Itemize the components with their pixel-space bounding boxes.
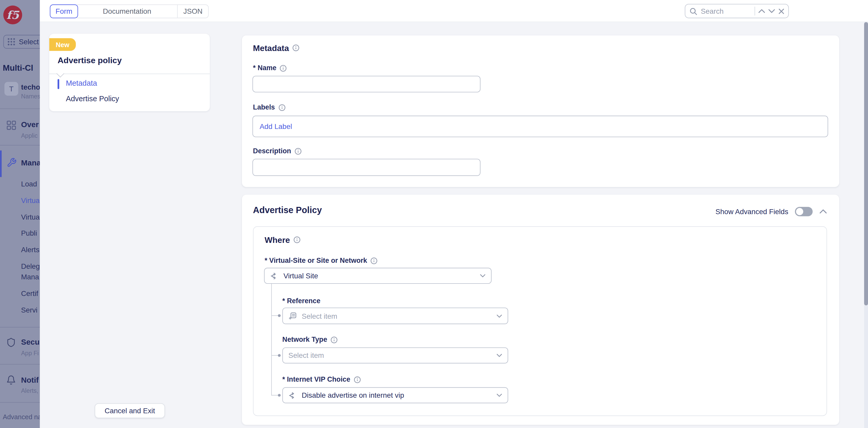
sidebar-item-certificates[interactable]: Certif	[21, 289, 38, 297]
scrollbar-thumb[interactable]	[864, 22, 868, 305]
sidebar: f5 Select Multi-Cl T techo Names	[0, 0, 40, 428]
internet-vip-choice-label: * Internet VIP Choice	[282, 376, 350, 384]
internet-vip-choice-value: Disable advertise on internet vip	[302, 391, 492, 399]
search-box	[685, 4, 789, 19]
sidebar-divider	[0, 108, 40, 109]
cancel-and-exit-button[interactable]: Cancel and Exit	[95, 403, 165, 418]
where-heading: Where	[265, 235, 290, 244]
add-label-button[interactable]: Add Label	[259, 122, 292, 131]
nav-item-advertise-policy[interactable]: Advertise Policy	[66, 95, 119, 103]
tab-form[interactable]: Form	[50, 4, 78, 18]
sidebar-item-security[interactable]: Secu	[21, 337, 40, 346]
info-icon[interactable]	[278, 104, 285, 111]
sidebar-item-manage[interactable]: Mana	[21, 158, 40, 167]
reference-select[interactable]: Select item	[282, 307, 508, 324]
tree-connector-dot	[278, 394, 281, 397]
workspace-avatar-letter: T	[9, 85, 13, 93]
info-icon[interactable]	[331, 336, 338, 343]
service-select-label: Select	[19, 37, 39, 46]
sidebar-item-alerts[interactable]: Alerts	[21, 246, 39, 254]
info-icon[interactable]	[354, 376, 361, 383]
collapse-chevron-up-icon[interactable]	[819, 209, 827, 214]
chevron-down-icon	[480, 274, 485, 278]
workspace-name[interactable]: techo	[21, 83, 40, 91]
sidebar-item-services[interactable]: Servi	[21, 306, 37, 314]
cancel-and-exit-label: Cancel and Exit	[105, 406, 155, 415]
scrollbar-track	[864, 22, 868, 428]
advanced-fields-toggle[interactable]	[795, 207, 812, 216]
sidebar-footer-advanced-nav[interactable]: Advanced na	[3, 413, 40, 421]
overview-icon	[7, 121, 16, 130]
sidebar-heading: Multi-Cl	[3, 63, 33, 72]
sidebar-item-delegated-line2[interactable]: Mana	[21, 273, 39, 281]
labels-field[interactable]: Add Label	[252, 116, 828, 137]
info-icon[interactable]	[293, 236, 301, 243]
f5-logo: f5	[3, 5, 22, 24]
branch-icon	[270, 271, 279, 280]
sidebar-divider	[0, 145, 40, 145]
branch-icon	[288, 391, 297, 399]
info-icon[interactable]	[280, 64, 287, 72]
info-icon[interactable]	[292, 44, 300, 52]
labels-label: Labels	[253, 104, 275, 111]
chevron-down-icon	[496, 314, 502, 318]
metadata-section: Metadata * Name Labels Add Label Descrip…	[242, 35, 839, 187]
where-subsection: Where * Virtual-Site or Site or Network	[253, 226, 827, 416]
toggle-knob	[796, 208, 803, 215]
workspace-subtitle: Names	[21, 93, 40, 100]
search-close-icon[interactable]	[778, 8, 784, 14]
sidebar-item-virtual[interactable]: Virtua	[21, 213, 40, 221]
search-next-icon[interactable]	[768, 9, 775, 13]
site-choice-label: * Virtual-Site or Site or Network	[265, 257, 367, 264]
tab-json[interactable]: JSON	[177, 4, 209, 18]
reference-placeholder: Select item	[302, 312, 492, 320]
active-section-bar	[0, 151, 2, 177]
advertise-policy-section: Advertise Policy Show Advanced Fields Wh…	[242, 195, 839, 425]
sidebar-item-virtual-active[interactable]: Virtua	[21, 196, 40, 204]
network-type-placeholder: Select item	[288, 351, 492, 360]
service-select-button[interactable]: Select	[3, 35, 40, 49]
view-tabs: Form Documentation JSON	[50, 4, 209, 18]
advertise-policy-heading: Advertise Policy	[253, 205, 322, 215]
sidebar-item-public[interactable]: Publi	[21, 229, 37, 237]
info-icon[interactable]	[294, 147, 302, 155]
info-icon[interactable]	[371, 257, 378, 264]
network-type-select[interactable]: Select item	[282, 348, 508, 364]
description-input[interactable]	[252, 159, 480, 176]
object-nav-panel: New Advertise policy Metadata Advertise …	[49, 34, 210, 111]
overview-subtitle: Applic	[21, 132, 37, 139]
bell-icon	[6, 375, 16, 385]
tab-form-label: Form	[56, 7, 72, 15]
sidebar-item-delegated[interactable]: Deleg	[21, 262, 40, 271]
show-advanced-fields-label: Show Advanced Fields	[715, 207, 788, 216]
workspace-avatar[interactable]: T	[4, 82, 18, 96]
tab-documentation[interactable]: Documentation	[77, 4, 177, 18]
search-divider	[754, 7, 755, 15]
doc-add-icon	[288, 311, 297, 320]
site-choice-select[interactable]: Virtual Site	[264, 268, 492, 284]
name-input[interactable]	[252, 76, 480, 92]
object-title: Advertise policy	[58, 56, 122, 65]
tree-connector	[271, 284, 272, 396]
new-badge: New	[49, 38, 76, 51]
network-type-label: Network Type	[282, 336, 327, 343]
search-prev-icon[interactable]	[758, 9, 765, 13]
reference-label: * Reference	[282, 297, 320, 305]
tree-connector	[271, 316, 279, 316]
tab-documentation-label: Documentation	[103, 7, 151, 15]
search-input[interactable]	[701, 7, 751, 15]
sidebar-item-load[interactable]: Load	[21, 180, 37, 188]
f5-logo-text: f5	[6, 8, 19, 22]
metadata-heading: Metadata	[253, 43, 289, 53]
nav-item-metadata[interactable]: Metadata	[66, 79, 97, 88]
sidebar-divider	[0, 402, 40, 403]
sidebar-item-notifications[interactable]: Notif	[21, 376, 39, 385]
tree-connector-dot	[278, 314, 281, 317]
grid-dots-icon	[7, 37, 16, 46]
sidebar-divider	[0, 327, 40, 328]
internet-vip-choice-select[interactable]: Disable advertise on internet vip	[282, 387, 508, 403]
shield-icon	[6, 337, 16, 347]
sidebar-item-overview[interactable]: Over	[21, 120, 39, 129]
chevron-down-icon	[496, 354, 502, 357]
wrench-icon	[7, 158, 17, 167]
